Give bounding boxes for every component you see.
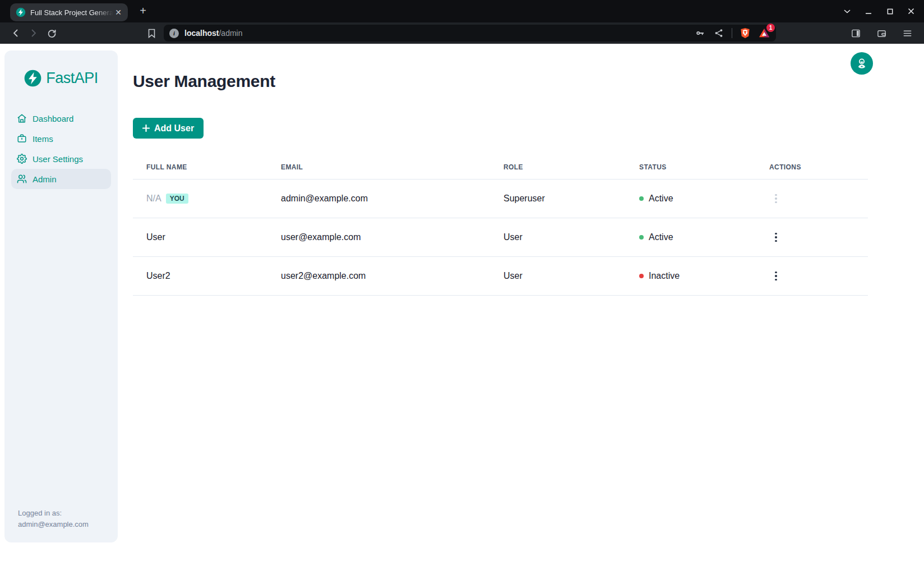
home-icon [17,113,27,123]
cell-role: User [490,257,626,296]
brave-rewards-icon[interactable]: 1 [758,27,770,39]
brave-shield-icon[interactable] [739,27,751,39]
sidebar-item-user-settings[interactable]: User Settings [11,149,111,169]
table-row: User user@example.com User Active [133,218,868,257]
sidebar-item-label: Dashboard [33,114,73,123]
cell-full-name: N/A [146,194,161,203]
page-title: User Management [133,72,868,91]
cell-role: User [490,218,626,257]
sidebar: FastAPI Dashboard Items User Settings [4,50,118,542]
site-info-icon[interactable]: i [169,29,179,38]
divider [732,28,732,38]
users-icon [17,174,27,184]
fastapi-bolt-icon [24,70,41,87]
cell-status: Active [649,194,673,204]
user-avatar-button[interactable] [851,52,873,75]
password-key-icon[interactable] [694,27,706,39]
cell-status: Inactive [649,271,680,281]
main-panel: User Management Add User FULL NAME EMAIL… [118,44,924,575]
column-header-full-name: FULL NAME [133,158,267,180]
status-dot [639,235,644,240]
app-content: FastAPI Dashboard Items User Settings [0,44,924,575]
column-header-role: ROLE [490,158,626,180]
sidebar-item-dashboard[interactable]: Dashboard [11,108,111,128]
fastapi-favicon-icon [16,7,26,17]
url-text[interactable]: localhost/admin [184,29,243,38]
add-user-label: Add User [154,123,194,134]
url-path: /admin [219,29,242,38]
table-header-row: FULL NAME EMAIL ROLE STATUS ACTIONS [133,158,868,180]
status-dot [639,274,644,278]
sidebar-item-label: Admin [33,174,57,184]
cell-email: user@example.com [267,218,490,257]
add-user-button[interactable]: Add User [133,118,204,139]
briefcase-icon [17,134,27,144]
tab-title: Full Stack Project Genera [30,8,113,17]
side-panel-icon[interactable] [848,25,863,41]
url-host: localhost [184,29,219,38]
row-actions-menu-button[interactable] [769,191,783,207]
user-astronaut-icon [856,57,868,70]
cell-status: Active [649,232,673,242]
address-bar[interactable]: i localhost/admin 1 [164,25,776,42]
new-tab-button[interactable]: + [136,4,150,19]
plus-icon [142,125,150,132]
column-header-email: EMAIL [267,158,490,180]
cell-full-name: User2 [133,257,267,296]
back-button[interactable] [8,25,24,41]
bookmark-icon[interactable] [144,25,159,41]
window-minimize-button[interactable] [863,6,874,16]
window-close-button[interactable] [906,6,916,16]
table-row: N/AYOU admin@example.com Superuser Activ… [133,180,868,218]
logo-text: FastAPI [46,70,98,87]
fastapi-logo: FastAPI [11,70,111,87]
cell-full-name: User [133,218,267,257]
browser-tab-bar: Full Stack Project Genera ✕ + [0,0,924,22]
logged-in-label: Logged in as: [18,508,111,519]
sidebar-nav: Dashboard Items User Settings Admin [11,108,111,189]
sidebar-item-admin[interactable]: Admin [11,169,111,189]
menu-icon[interactable] [899,25,915,41]
logged-in-email: admin@example.com [18,519,111,530]
forward-button[interactable] [26,25,41,41]
gear-icon [17,154,27,164]
row-actions-menu-button[interactable] [769,229,783,246]
browser-toolbar: i localhost/admin 1 [0,22,924,44]
row-actions-menu-button[interactable] [769,268,783,284]
reload-button[interactable] [44,25,59,41]
share-icon[interactable] [713,27,725,39]
cell-role: Superuser [490,180,626,218]
sidebar-item-items[interactable]: Items [11,128,111,149]
window-maximize-button[interactable] [885,6,895,16]
cell-email: user2@example.com [267,257,490,296]
column-header-status: STATUS [626,158,756,180]
users-table: FULL NAME EMAIL ROLE STATUS ACTIONS N/AY… [133,158,868,296]
status-dot [639,196,644,201]
tab-close-icon[interactable]: ✕ [113,7,123,17]
rewards-badge: 1 [766,24,775,32]
tab-search-chevron-icon[interactable] [842,6,852,16]
cell-email: admin@example.com [267,180,490,218]
column-header-actions: ACTIONS [756,158,868,180]
logged-in-info: Logged in as: admin@example.com [11,508,111,530]
table-row: User2 user2@example.com User Inactive [133,257,868,296]
browser-tab[interactable]: Full Stack Project Genera ✕ [10,3,128,21]
sidebar-item-label: User Settings [33,154,83,164]
sidebar-item-label: Items [33,134,53,144]
you-badge: YOU [166,194,188,204]
wallet-icon[interactable] [874,25,889,41]
